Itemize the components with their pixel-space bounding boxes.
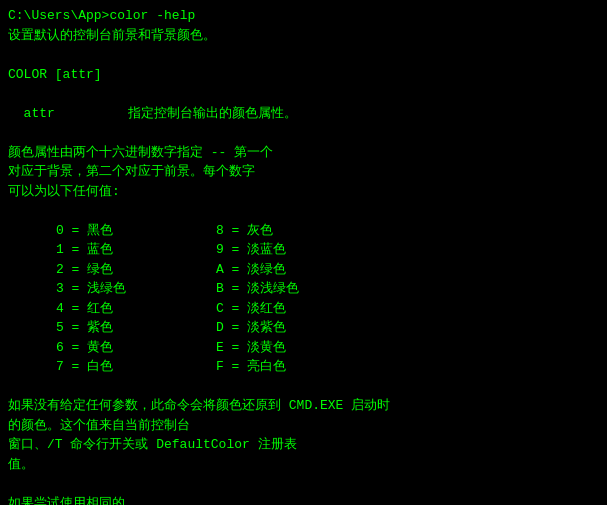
prompt-line: C:\Users\App>color -help <box>8 6 599 26</box>
note2: 的颜色。这个值来自当前控制台 <box>8 416 599 436</box>
color-row: 0 = 黑色8 = 灰色 <box>8 221 599 241</box>
color-col1: 2 = 绿色 <box>56 260 216 280</box>
color-col1: 5 = 紫色 <box>56 318 216 338</box>
color-col2: F = 亮白色 <box>216 357 286 377</box>
color-row: 2 = 绿色A = 淡绿色 <box>8 260 599 280</box>
color-col2: 8 = 灰色 <box>216 221 273 241</box>
color-col2: E = 淡黄色 <box>216 338 286 358</box>
note5: 如果尝试使用相同的 <box>8 494 599 506</box>
color-row: 7 = 白色F = 亮白色 <box>8 357 599 377</box>
color-col1: 0 = 黑色 <box>56 221 216 241</box>
color-row: 1 = 蓝色9 = 淡蓝色 <box>8 240 599 260</box>
color-col1: 6 = 黄色 <box>56 338 216 358</box>
attr-desc: 指定控制台输出的颜色属性。 <box>128 104 297 124</box>
color-col1: 4 = 红色 <box>56 299 216 319</box>
color-col2: A = 淡绿色 <box>216 260 286 280</box>
color-col2: C = 淡红色 <box>216 299 286 319</box>
note1: 如果没有给定任何参数，此命令会将颜色还原到 CMD.EXE 启动时 <box>8 396 599 416</box>
color-row: 3 = 浅绿色B = 淡浅绿色 <box>8 279 599 299</box>
color-col1: 1 = 蓝色 <box>56 240 216 260</box>
color-col2: D = 淡紫色 <box>216 318 286 338</box>
attr-line: attr 指定控制台输出的颜色属性。 <box>8 104 599 124</box>
color-row: 4 = 红色C = 淡红色 <box>8 299 599 319</box>
color-col1: 7 = 白色 <box>56 357 216 377</box>
color-col2: B = 淡浅绿色 <box>216 279 299 299</box>
color-col1: 3 = 浅绿色 <box>56 279 216 299</box>
note3: 窗口、/T 命令行开关或 DefaultColor 注册表 <box>8 435 599 455</box>
attr-label: attr <box>8 104 128 124</box>
terminal-window: C:\Users\App>color -help 设置默认的控制台前景和背景颜色… <box>0 0 607 505</box>
note4: 值。 <box>8 455 599 475</box>
usage-line: COLOR [attr] <box>8 65 599 85</box>
color-desc2: 对应于背景，第二个对应于前景。每个数字 <box>8 162 599 182</box>
color-desc3: 可以为以下任何值: <box>8 182 599 202</box>
color-row: 6 = 黄色E = 淡黄色 <box>8 338 599 358</box>
color-table: 0 = 黑色8 = 灰色 1 = 蓝色9 = 淡蓝色 2 = 绿色A = 淡绿色… <box>8 221 599 377</box>
description-line: 设置默认的控制台前景和背景颜色。 <box>8 26 599 46</box>
color-row: 5 = 紫色D = 淡紫色 <box>8 318 599 338</box>
color-col2: 9 = 淡蓝色 <box>216 240 286 260</box>
color-desc1: 颜色属性由两个十六进制数字指定 -- 第一个 <box>8 143 599 163</box>
